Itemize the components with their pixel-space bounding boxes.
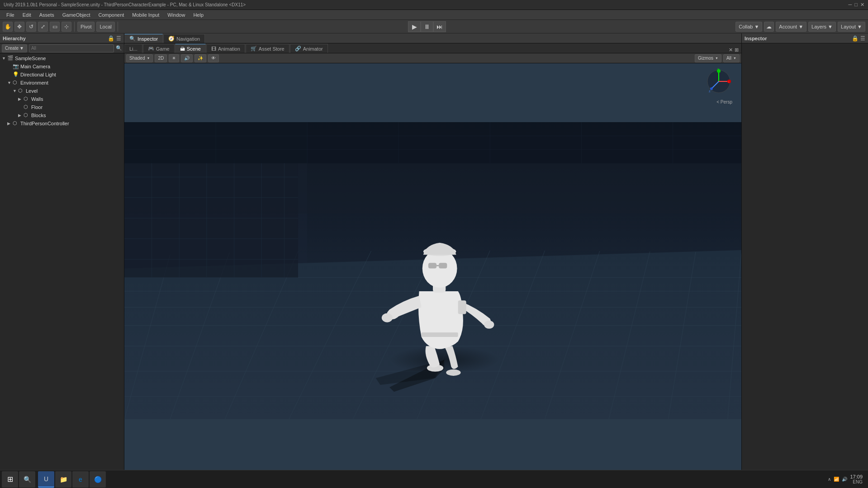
svg-point-49 (484, 321, 494, 329)
menu-gameobject[interactable]: GameObject (59, 11, 94, 19)
hierarchy-create-btn[interactable]: Create ▼ (2, 44, 27, 52)
tree-item-thirdpersoncontroller[interactable]: ▶ ⬡ ThirdPersonController (0, 119, 124, 128)
navigation-tab-label: Navigation (176, 36, 200, 42)
unity-taskbar-icon[interactable]: U (38, 471, 54, 488)
close-btn[interactable]: ✕ (860, 2, 864, 8)
network-icon: 📶 (834, 477, 839, 482)
shaded-btn[interactable]: Shaded (126, 54, 153, 62)
hierarchy-search[interactable] (29, 44, 114, 52)
inspector-lock-icon[interactable]: 🔒 (852, 35, 859, 42)
tab-inspector[interactable]: 🔍 Inspector (124, 34, 163, 43)
arrow-walls: ▶ (18, 97, 24, 101)
arrow-level: ▼ (13, 89, 18, 93)
volume-icon: 🔊 (842, 477, 847, 482)
tree-item-walls[interactable]: ▶ ⬡ Walls (0, 95, 124, 103)
play-btn[interactable]: ▶ (408, 21, 421, 32)
tab-navigation[interactable]: 🧭 Navigation (163, 34, 205, 43)
tree-item-level[interactable]: ▼ ⬡ Level (0, 87, 124, 95)
menubar: File Edit Assets GameObject Component Mo… (0, 10, 868, 20)
tab-assetstore[interactable]: 🛒 Asset Store (246, 44, 289, 53)
inspector-menu-icon[interactable]: ☰ (860, 35, 865, 42)
scene-tab-icon: 🏔 (180, 46, 185, 52)
effects-btn[interactable]: ✨ (194, 54, 206, 62)
hierarchy-menu-icon[interactable]: ☰ (116, 35, 121, 42)
hidden-layers-btn[interactable]: 👁 (208, 54, 219, 62)
account-btn[interactable]: Account ▼ (776, 22, 806, 32)
tab-animation[interactable]: 🎞 Animation (206, 44, 245, 53)
close-scene-icon[interactable]: ✕ (729, 47, 733, 53)
start-btn[interactable]: ⊞ (2, 471, 18, 488)
all-btn[interactable]: All (723, 54, 740, 62)
tab-game[interactable]: 🎮 Game (143, 44, 175, 53)
inspector-panel-header: Inspector 🔒 ☰ (742, 33, 868, 43)
tab-li[interactable]: Li... (124, 44, 142, 53)
search-taskbar-btn[interactable]: 🔍 (19, 471, 35, 488)
rect-tool-btn[interactable]: ▭ (50, 22, 60, 32)
collab-btn[interactable]: Collab ▼ (735, 22, 762, 32)
tab-animator[interactable]: 🔗 Animator (290, 44, 328, 53)
tree-item-floor[interactable]: ⬡ Floor (0, 103, 124, 111)
tab-scene[interactable]: 🏔 Scene (175, 44, 206, 53)
maximize-btn[interactable]: □ (854, 2, 858, 8)
tree-item-blocks[interactable]: ▶ ⬡ Blocks (0, 111, 124, 119)
tree-item-environment[interactable]: ▼ ⬡ Environment (0, 79, 124, 87)
tree-item-maincamera[interactable]: 📷 Main Camera (0, 62, 124, 71)
2d-btn[interactable]: 2D (155, 54, 167, 62)
inspector-header-right: 🔒 ☰ (852, 35, 865, 42)
li-tab-label: Li... (129, 46, 138, 52)
label-blocks: Blocks (31, 113, 46, 118)
taskbar: ⊞ 🔍 U 📁 e 🔵 ∧ 📶 🔊 17:09 ENG (0, 470, 868, 488)
label-samplescene: SampleScene (15, 56, 46, 61)
tree-item-directionallight[interactable]: 💡 Directional Light (0, 71, 124, 79)
lighting-btn[interactable]: ☀ (169, 54, 179, 62)
tree-item-samplescene[interactable]: ▼ 🎬 SampleScene (0, 54, 124, 62)
menu-mobileinput[interactable]: Mobile Input (128, 11, 163, 19)
explorer-taskbar-icon[interactable]: 📁 (55, 471, 71, 488)
rotate-tool-btn[interactable]: ↺ (26, 22, 36, 32)
layout-btn[interactable]: Layout ▼ (838, 22, 865, 32)
cloud-btn[interactable]: ☁ (764, 22, 774, 32)
minimize-btn[interactable]: ─ (849, 2, 852, 8)
toolbar-separator-2 (118, 22, 118, 32)
scale-tool-btn[interactable]: ⤢ (38, 22, 48, 32)
svg-rect-56 (458, 300, 466, 314)
edge-taskbar-icon[interactable]: e (72, 471, 89, 488)
pivot-btn[interactable]: Pivot (77, 22, 95, 32)
svg-point-66 (710, 87, 713, 90)
layers-btn[interactable]: Layers ▼ (808, 22, 836, 32)
transform-tool-btn[interactable]: ⊹ (62, 22, 71, 32)
pause-btn[interactable]: ⏸ (421, 21, 433, 32)
gameobject-icon-blocks: ⬡ (24, 112, 30, 118)
svg-point-47 (446, 370, 460, 376)
local-btn[interactable]: Local (96, 22, 114, 32)
hierarchy-panel: Hierarchy 🔒 ☰ Create ▼ 🔍 ▼ 🎬 SampleScene (0, 33, 124, 478)
scene-view[interactable]: Y X Z < Persp (124, 63, 741, 478)
toolbar-separator-1 (74, 22, 75, 32)
chrome-taskbar-icon[interactable]: 🔵 (90, 471, 106, 488)
scene-icon: 🎬 (7, 55, 14, 62)
gizmos-btn[interactable]: Gizmos (695, 54, 721, 62)
audio-btn[interactable]: 🔊 (181, 54, 193, 62)
lang: ENG (850, 479, 863, 484)
hand-tool-btn[interactable]: ✋ (3, 22, 13, 32)
camera-icon: 📷 (13, 63, 19, 70)
move-tool-btn[interactable]: ✥ (14, 22, 24, 32)
menu-help[interactable]: Help (190, 11, 207, 19)
menu-edit[interactable]: Edit (19, 11, 35, 19)
scene-tab-bar: Li... 🎮 Game 🏔 Scene 🎞 Animation 🛒 Asset… (124, 43, 741, 53)
assetstore-tab-label: Asset Store (259, 46, 285, 52)
gameobject-icon-walls: ⬡ (24, 96, 30, 102)
step-btn[interactable]: ⏭ (433, 21, 446, 32)
menu-assets[interactable]: Assets (36, 11, 58, 19)
game-icon: 🎮 (148, 46, 154, 52)
menu-window[interactable]: Window (164, 11, 189, 19)
menu-file[interactable]: File (3, 11, 18, 19)
menu-component[interactable]: Component (95, 11, 128, 19)
label-walls: Walls (31, 96, 43, 102)
scene-svg (124, 63, 741, 478)
gameobject-icon: ⬡ (13, 80, 19, 86)
svg-rect-34 (124, 122, 741, 163)
hierarchy-header-right: 🔒 ☰ (108, 35, 121, 42)
label-directionallight: Directional Light (20, 72, 56, 77)
hierarchy-lock-icon[interactable]: 🔒 (108, 35, 114, 42)
